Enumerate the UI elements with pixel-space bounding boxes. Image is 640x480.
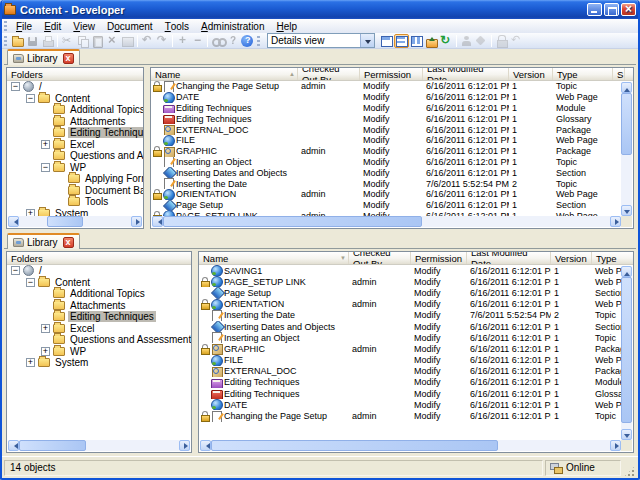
tree-item-root[interactable]: −/ (9, 265, 191, 277)
chevron-down-icon[interactable] (360, 34, 374, 47)
list-item-editing-techniques[interactable]: Editing TechniquesModify6/16/2011 6:12:0… (199, 377, 621, 388)
scrollbar-thumb[interactable] (621, 277, 632, 423)
list-item-changing-the-page-setup[interactable]: Changing the Page SetupadminModify6/16/2… (151, 81, 621, 92)
scroll-right-button[interactable] (131, 216, 142, 227)
column-header-last-modified-date[interactable]: Last Modified Date (467, 252, 551, 265)
list-item-page-setup[interactable]: Page SetupModify6/16/2011 6:12:01 PM1Sec… (151, 200, 621, 211)
menu-item-view[interactable]: View (67, 19, 101, 33)
column-header-version[interactable]: Version (551, 252, 592, 265)
list-item-editing-techniques[interactable]: Editing TechniquesModify6/16/2011 6:12:0… (151, 113, 621, 124)
expand-icon[interactable]: + (41, 324, 50, 333)
list-item-editing-techniques[interactable]: Editing TechniquesModify6/16/2011 6:12:0… (199, 388, 621, 399)
column-header-checked-out-by[interactable]: Checked Out By (298, 68, 360, 81)
tree-item-editing-techniques[interactable]: Editing Techniques (9, 127, 143, 139)
list-item-changing-the-page-setup[interactable]: Changing the Page SetupadminModify6/16/2… (199, 410, 621, 421)
toolbar-grip-2[interactable] (257, 36, 260, 46)
list-item-graphic[interactable]: GRAPHICadminModify6/16/2011 6:12:01 PM1P… (151, 146, 621, 157)
scroll-right-button[interactable] (610, 440, 621, 451)
scroll-down-button[interactable] (621, 205, 632, 216)
menubar-grip[interactable] (4, 21, 7, 31)
column-header-permission[interactable]: Permission (411, 252, 467, 265)
list-item-inserting-the-date[interactable]: Inserting the DateModify7/6/2011 5:52:54… (199, 310, 621, 321)
scrollbar-thumb[interactable] (47, 216, 83, 227)
resize-grip[interactable] (623, 465, 636, 478)
column-header-permission[interactable]: Permission (360, 68, 423, 81)
tree-item-excel[interactable]: +Excel (9, 139, 143, 151)
list-item-external-doc[interactable]: EXTERNAL_DOCModify6/16/2011 6:12:01 PM1P… (151, 124, 621, 135)
tree-horizontal-scrollbar[interactable] (8, 440, 190, 451)
column-header-version[interactable]: Version (509, 68, 553, 81)
collapse-icon[interactable]: − (11, 82, 20, 91)
scroll-left-button[interactable] (200, 440, 211, 451)
tab-library-bottom[interactable]: Library x (7, 233, 80, 249)
scroll-up-button[interactable] (621, 266, 632, 277)
expand-icon[interactable]: + (41, 347, 50, 356)
view-single-button[interactable] (379, 34, 394, 48)
tree-item-content[interactable]: −Content (9, 277, 191, 289)
tree-item-system[interactable]: +System (9, 357, 191, 369)
tree-item-attachments[interactable]: Attachments (9, 116, 143, 128)
scrollbar-thumb[interactable] (621, 93, 632, 155)
list-item-inserting-dates-and-objects[interactable]: Inserting Dates and ObjectsModify6/16/20… (199, 321, 621, 332)
list-item-file[interactable]: FILEModify6/16/2011 6:12:01 PM1Web Page (199, 355, 621, 366)
scroll-down-button[interactable] (621, 429, 632, 440)
view-split-vertical-button[interactable] (409, 34, 424, 48)
tree-item-additional-topics[interactable]: Additional Topics (9, 288, 191, 300)
list-item-file[interactable]: FILEModify6/16/2011 6:12:01 PM1Web Page (151, 135, 621, 146)
column-header-name[interactable]: Name▼ (199, 252, 349, 265)
tree-item-editing-techniques[interactable]: Editing Techniques (9, 311, 191, 323)
open-folder-button[interactable] (10, 34, 25, 48)
list-item-inserting-an-object[interactable]: Inserting an ObjectModify6/16/2011 6:12:… (151, 157, 621, 168)
minimize-button[interactable] (587, 3, 602, 16)
maximize-button[interactable] (604, 3, 619, 16)
list-vertical-scrollbar[interactable] (621, 266, 632, 440)
tree-item-applying-formatting[interactable]: Applying Formatting (9, 173, 143, 185)
list-item-external-doc[interactable]: EXTERNAL_DOCModify6/16/2011 6:12:01 PM1P… (199, 366, 621, 377)
scroll-left-button[interactable] (8, 216, 19, 227)
scrollbar-thumb[interactable] (211, 440, 498, 451)
collapse-icon[interactable]: − (11, 266, 20, 275)
list-item-page-setup-link[interactable]: PAGE_SETUP LINKadminModify6/16/2011 6:12… (199, 276, 621, 287)
scrollbar-thumb[interactable] (19, 440, 86, 451)
menu-item-administration[interactable]: Administration (195, 19, 270, 33)
title-bar[interactable]: Content - Developer (0, 0, 640, 19)
scrollbar-track[interactable] (19, 440, 179, 451)
menu-item-help[interactable]: Help (270, 19, 303, 33)
list-item-inserting-dates-and-objects[interactable]: Inserting Dates and ObjectsModify6/16/20… (151, 167, 621, 178)
list-item-saving1[interactable]: SAVING1Modify6/16/2011 6:12:01 PM1Web Pa… (199, 265, 621, 276)
tree-item-additional-topics[interactable]: Additional Topics (9, 104, 143, 116)
menu-item-edit[interactable]: Edit (38, 19, 67, 33)
scrollbar-track[interactable] (19, 216, 131, 227)
menu-item-file[interactable]: File (10, 19, 38, 33)
collapse-icon[interactable]: − (41, 163, 50, 172)
view-mode-dropdown[interactable]: Details view (267, 33, 375, 48)
expand-icon[interactable]: + (26, 209, 35, 216)
list-item-inserting-the-date[interactable]: Inserting the DateModify7/6/2011 5:52:54… (151, 178, 621, 189)
scrollbar-track[interactable] (621, 93, 632, 205)
tree-item-attachments[interactable]: Attachments (9, 300, 191, 312)
column-header-last-modified-date[interactable]: Last Modified Date (423, 68, 509, 81)
tree-item-root[interactable]: −/ (9, 81, 143, 93)
help-button[interactable] (240, 34, 255, 48)
list-item-date[interactable]: DATEModify6/16/2011 6:12:01 PM1Web Page (199, 399, 621, 410)
list-horizontal-scrollbar[interactable] (152, 216, 621, 227)
column-header-type[interactable]: Type (592, 252, 633, 265)
column-header-type[interactable]: Type (553, 68, 613, 81)
tree-item-wp[interactable]: −WP (9, 162, 143, 174)
close-tab-icon[interactable]: x (63, 53, 74, 64)
column-header-s[interactable]: S (613, 68, 625, 81)
toolbar-grip[interactable] (4, 36, 7, 46)
scroll-up-button[interactable] (621, 82, 632, 93)
close-tab-icon[interactable]: x (63, 237, 74, 248)
menu-item-tools[interactable]: Tools (159, 19, 195, 33)
list-item-graphic[interactable]: GRAPHICadminModify6/16/2011 6:12:01 PM1P… (199, 343, 621, 354)
collapse-icon[interactable]: − (26, 94, 35, 103)
scroll-right-button[interactable] (179, 440, 190, 451)
list-item-orientation[interactable]: ORIENTATIONadminModify6/16/2011 6:12:01 … (151, 189, 621, 200)
list-item-page-setup[interactable]: Page SetupModify6/16/2011 6:12:01 PM1Sec… (199, 287, 621, 298)
tree-item-content[interactable]: −Content (9, 93, 143, 105)
scrollbar-track[interactable] (211, 440, 610, 451)
list-item-date[interactable]: DATEModify6/16/2011 6:12:01 PM1Web Page (151, 92, 621, 103)
folder-up-button[interactable] (424, 34, 439, 48)
list-item-inserting-an-object[interactable]: Inserting an ObjectModify6/16/2011 6:12:… (199, 332, 621, 343)
